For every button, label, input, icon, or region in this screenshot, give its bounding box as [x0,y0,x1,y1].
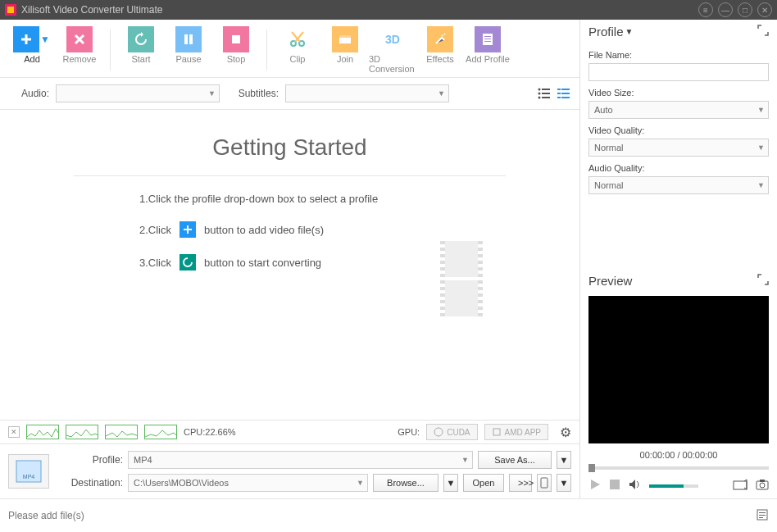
profile-select[interactable]: MP4▼ [128,451,473,469]
expand-icon[interactable] [757,274,769,288]
join-button[interactable]: Join [321,26,369,74]
close-perf-button[interactable]: ✕ [8,426,20,438]
add-dropdown-icon[interactable]: ▼ [39,26,51,52]
maximize-button[interactable]: □ [738,2,752,17]
svg-rect-24 [561,97,570,98]
stop-label: Stop [227,54,246,64]
getting-started-title: Getting Started [0,134,579,161]
cuda-button[interactable]: CUDA [426,424,477,440]
expand-icon[interactable] [757,25,769,39]
svg-rect-34 [760,480,765,482]
audioquality-label: Audio Quality: [588,163,769,173]
effects-label: Effects [426,54,453,64]
clip-label: Clip [290,54,306,64]
subtitles-select[interactable]: ▼ [285,84,449,102]
cpu-graph-3 [105,425,138,439]
preview-time: 00:00:00 / 00:00:00 [580,450,777,460]
list-view-button[interactable] [537,86,552,101]
destination-select[interactable]: C:\Users\MOBO\Videos▼ [128,474,368,492]
plus-icon [179,221,196,238]
svg-rect-11 [484,39,491,39]
volume-icon[interactable] [628,478,641,493]
svg-point-33 [760,483,765,488]
svg-rect-26 [493,429,500,435]
svg-point-17 [538,97,541,99]
play-button[interactable] [588,478,602,493]
volume-slider[interactable] [649,484,698,488]
seek-slider[interactable] [588,466,769,470]
profile-field-label: Profile: [57,454,123,466]
toolbar: ▼ Add Remove Start Pause Stop [0,20,579,78]
audio-select[interactable]: ▼ [56,84,220,102]
device-button[interactable] [537,474,552,492]
add-label: Add [24,54,40,64]
clip-button[interactable]: Clip [274,26,321,74]
filter-row: Audio: ▼ Subtitles: ▼ [0,78,579,110]
filename-input[interactable] [588,63,769,81]
device-dropdown[interactable]: ▼ [557,474,571,492]
menu-button[interactable]: ≡ [698,2,713,17]
svg-rect-38 [759,517,763,518]
gear-icon[interactable]: ⚙ [560,425,571,440]
gpu-label: GPU: [398,427,420,437]
videoquality-select[interactable]: Normal▼ [588,139,769,157]
browse-dropdown[interactable]: ▼ [443,474,458,492]
svg-rect-18 [542,97,550,98]
remove-button[interactable]: Remove [56,26,103,74]
device-icon [540,477,548,489]
start-icon [179,254,196,271]
3d-button[interactable]: 3D 3D Conversion [369,26,416,74]
stop-preview-button[interactable] [610,480,620,492]
add-profile-button[interactable]: Add Profile [464,26,511,74]
save-as-dropdown[interactable]: ▼ [557,451,571,469]
browse-button[interactable]: Browse... [373,474,438,492]
bottom-panel: MP4 Profile: MP4▼ Save As... ▼ Destinati… [0,443,579,498]
amd-button[interactable]: AMD APP [484,424,548,440]
subtitles-label: Subtitles: [238,88,279,99]
chevron-down-icon[interactable]: ▼ [625,27,634,36]
filename-label: File Name: [588,50,769,60]
save-as-button[interactable]: Save As... [478,451,552,469]
svg-rect-2 [184,34,188,44]
profile-body: File Name: Video Size: Auto▼ Video Quali… [580,43,777,269]
chevron-down-icon: ▼ [757,143,765,152]
open-button[interactable]: Open [463,474,504,492]
cpu-graph-1 [26,425,59,439]
app-icon [5,4,16,16]
pause-button[interactable]: Pause [165,26,212,74]
svg-rect-10 [484,36,491,37]
videosize-label: Video Size: [588,88,769,98]
status-text: Please add file(s) [8,510,84,521]
svg-rect-14 [542,89,550,90]
audioquality-select[interactable]: Normal▼ [588,176,769,194]
stop-button[interactable]: Stop [212,26,260,74]
perf-row: ✕ CPU:22.66% GPU: CUDA AMD APP ⚙ [0,420,579,443]
preview-header-text: Preview [588,274,632,288]
start-button[interactable]: Start [117,26,165,74]
transfer-button[interactable]: >>> [509,474,532,492]
svg-rect-30 [610,480,620,489]
svg-rect-8 [339,35,351,38]
file-thumb: MP4 [8,454,49,489]
close-button[interactable]: ✕ [757,2,772,17]
chevron-down-icon: ▼ [357,479,364,487]
effects-button[interactable]: Effects [416,26,464,74]
snapshot-button[interactable] [756,479,769,493]
audio-label: Audio: [8,88,49,99]
start-icon [128,26,154,52]
chevron-down-icon: ▼ [438,89,445,98]
chevron-down-icon: ▼ [757,106,765,114]
videosize-select[interactable]: Auto▼ [588,101,769,119]
minimize-button[interactable]: — [718,2,733,17]
pause-label: Pause [175,54,201,64]
join-icon [332,26,358,52]
log-icon[interactable] [756,508,769,524]
svg-rect-37 [759,515,766,516]
svg-rect-29 [541,478,548,488]
detail-view-button[interactable] [557,86,571,101]
snapshot-folder-button[interactable] [733,479,747,493]
svg-rect-16 [542,93,550,94]
step-2: 2.Click button to add video file(s) [139,221,579,238]
chevron-down-icon: ▼ [208,89,216,98]
add-button[interactable]: ▼ Add [8,26,56,74]
